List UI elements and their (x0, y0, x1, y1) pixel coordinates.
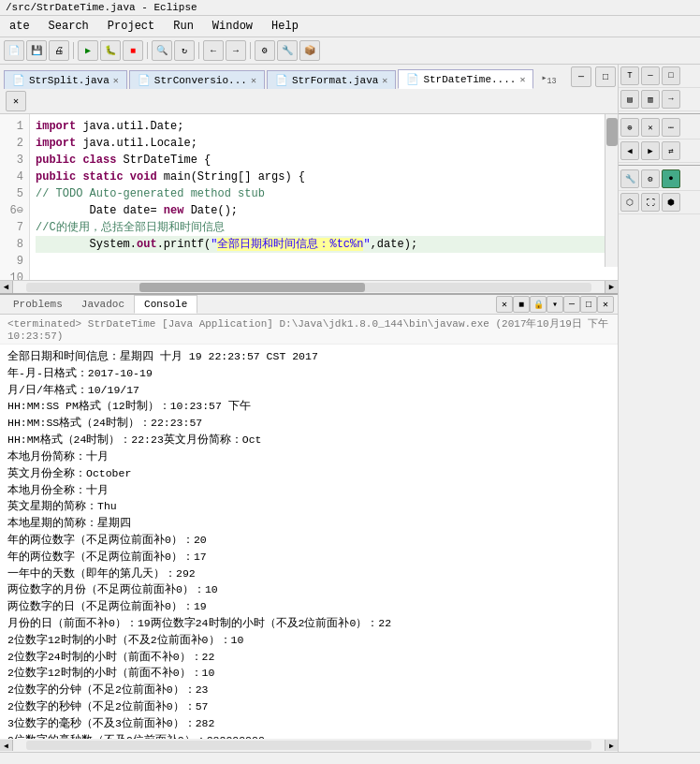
tab-strsplit[interactable]: 📄 StrSplit.java ✕ (4, 70, 127, 89)
rp-btn-t[interactable]: T (620, 66, 639, 85)
hscroll-track[interactable] (26, 283, 591, 292)
editor-hscroll[interactable]: ◀ ▶ (0, 280, 618, 293)
code-content[interactable]: import java.util.Date; import java.util.… (30, 114, 618, 280)
console-tab-bar: Problems Javadoc Console ✕ ■ 🔒 ▾ ─ □ ✕ (0, 295, 618, 315)
menu-window[interactable]: Window (207, 18, 258, 35)
ln-1: 1 (4, 118, 23, 135)
save-btn[interactable]: 💾 (26, 40, 47, 61)
search-btn[interactable]: 🔍 (152, 40, 172, 61)
menu-help[interactable]: Help (266, 18, 304, 35)
tab-strconversion[interactable]: 📄 StrConversio... ✕ (129, 70, 265, 89)
rp-btn-j[interactable]: ⛶ (641, 193, 660, 212)
console-area: Problems Javadoc Console ✕ ■ 🔒 ▾ ─ □ ✕ <… (0, 293, 618, 752)
console-hscroll-right[interactable]: ▶ (605, 740, 618, 751)
extra1-btn[interactable]: ⚙ (255, 40, 275, 61)
rp-btn-g[interactable]: 🔧 (620, 169, 639, 188)
code-line-8: Date date= new Date(); (36, 202, 612, 219)
rp-btn-z[interactable]: ⋯ (662, 118, 680, 137)
console-line-9: 英文星期的简称：Thu (7, 498, 610, 515)
refresh-btn[interactable]: ↻ (174, 40, 195, 61)
rp-btn-d[interactable]: ◀ (620, 141, 639, 160)
ln-10: 10 (4, 270, 23, 280)
back-btn[interactable]: ← (203, 40, 224, 61)
print-btn[interactable]: 🖨 (49, 40, 69, 61)
console-terminate-btn[interactable]: ■ (513, 296, 530, 313)
console-hscroll-left[interactable]: ◀ (0, 740, 13, 751)
toolbar-sep3 (198, 42, 199, 59)
code-editor[interactable]: 1 2 3 4 5 6⊖ 7 8 9 10 import java.util.D… (0, 114, 618, 280)
editor-maximize-btn[interactable]: □ (595, 66, 616, 87)
toolbar-sep4 (250, 42, 251, 59)
menu-run[interactable]: Run (168, 18, 199, 35)
rp-row-4: ◀ ▶ ⇄ (619, 140, 700, 163)
extra2-btn[interactable]: 🔧 (277, 40, 298, 61)
hscroll-right-btn[interactable]: ▶ (605, 281, 618, 294)
console-clear-btn[interactable]: ✕ (496, 296, 513, 313)
editor-vscroll[interactable] (605, 114, 618, 267)
rp-btn-e[interactable]: ▶ (641, 141, 660, 160)
console-line-10: 本地星期的简称：星期四 (7, 515, 610, 532)
rp-btn-h[interactable]: ⚙ (641, 169, 660, 188)
tab-strformat-label: StrFormat.java (292, 75, 378, 86)
rp-btn-i[interactable]: ⬡ (620, 193, 639, 212)
tab-overflow[interactable]: ▸13 (535, 69, 561, 89)
rp-btn-b[interactable]: ▥ (641, 90, 660, 109)
rp-btn-c[interactable]: → (662, 90, 680, 109)
rp-btn-f[interactable]: ⇄ (662, 141, 680, 160)
rp-btn-dot[interactable]: ● (662, 169, 680, 188)
code-line-7: // TODO Auto-generated method stub (36, 185, 612, 202)
tab-problems[interactable]: Problems (4, 296, 72, 313)
tab-strdatetime-close[interactable]: ✕ (519, 74, 525, 85)
tab-strdatetime[interactable]: 📄 StrDateTime.... ✕ (398, 69, 533, 89)
stop-btn[interactable]: ■ (123, 40, 143, 61)
tab-strsplit-close[interactable]: ✕ (113, 75, 119, 86)
menu-ate[interactable]: ate (4, 18, 36, 35)
console-status: <terminated> StrDateTime [Java Applicati… (0, 315, 618, 345)
rp-btn-a[interactable]: ▤ (620, 90, 639, 109)
ln-3: 3 (4, 152, 23, 169)
rp-btn-y[interactable]: ✕ (641, 118, 660, 137)
console-minimize-btn[interactable]: ─ (563, 296, 580, 313)
tab-console[interactable]: Console (134, 295, 197, 314)
console-line-6: 本地月份简称：十月 (7, 448, 610, 465)
tab-bar: 📄 StrSplit.java ✕ 📄 StrConversio... ✕ 📄 … (0, 65, 618, 114)
menu-search[interactable]: Search (43, 18, 95, 35)
tab-javadoc[interactable]: Javadoc (72, 296, 134, 313)
console-line-14: 两位数字的月份（不足两位前面补0）：10 (7, 581, 610, 598)
rp-minimize-btn[interactable]: ─ (641, 66, 660, 85)
ln-4: 4 (4, 169, 23, 185)
console-options-btn[interactable]: ▾ (547, 296, 563, 313)
editor-close-btn[interactable]: ✕ (6, 91, 26, 111)
console-hscroll-track[interactable] (26, 741, 591, 750)
hscroll-left-btn[interactable]: ◀ (0, 281, 13, 294)
editor-minimize-btn[interactable]: ─ (571, 66, 591, 87)
console-line-3: HH:MM:SS PM格式（12时制）：10:23:57 下午 (7, 398, 610, 415)
menu-bar: ate Search Project Run Window Help (0, 16, 700, 37)
rp-btn-k[interactable]: ⬢ (662, 193, 680, 212)
tab-strsplit-label: StrSplit.java (29, 75, 109, 86)
console-maximize-btn[interactable]: □ (580, 296, 597, 313)
console-line-18: 2位数字24时制的小时（前面不补0）：22 (7, 649, 610, 666)
code-line-9: //C的使用，总括全部日期和时间信息 (36, 219, 612, 236)
run-btn[interactable]: ▶ (78, 40, 98, 61)
ln-5: 5 (4, 185, 23, 202)
rp-row-3: ⊕ ✕ ⋯ (619, 116, 700, 140)
extra3-btn[interactable]: 📦 (299, 40, 320, 61)
hscroll-thumb[interactable] (139, 283, 366, 292)
console-line-13: 一年中的天数（即年的第几天）：292 (7, 566, 610, 582)
console-line-8: 本地月份全称：十月 (7, 482, 610, 499)
rp-btn-x[interactable]: ⊕ (620, 118, 639, 137)
tab-strformat-close[interactable]: ✕ (382, 75, 387, 86)
debug-btn[interactable]: 🐛 (100, 40, 121, 61)
rp-maximize-btn[interactable]: □ (662, 66, 680, 85)
tab-strconversion-close[interactable]: ✕ (251, 75, 256, 86)
menu-project[interactable]: Project (102, 18, 160, 35)
new-file-btn[interactable]: 📄 (4, 40, 24, 61)
console-scroll-lock-btn[interactable]: 🔒 (530, 296, 547, 313)
tab-strformat[interactable]: 📄 StrFormat.java ✕ (267, 70, 396, 89)
console-close-btn[interactable]: ✕ (597, 296, 614, 313)
console-content[interactable]: 全部日期和时间信息：星期四 十月 19 22:23:57 CST 2017 年-… (0, 345, 618, 739)
console-hscroll[interactable]: ◀ ▶ (0, 739, 618, 752)
forward-btn[interactable]: → (226, 40, 246, 61)
console-line-2: 月/日/年格式：10/19/17 (7, 382, 610, 399)
